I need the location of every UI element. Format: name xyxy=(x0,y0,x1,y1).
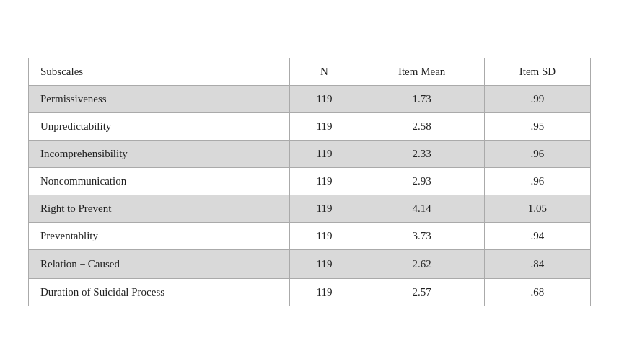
col-header-subscales: Subscales xyxy=(29,58,290,86)
cell-sd: 1.05 xyxy=(484,195,590,223)
cell-mean: 2.33 xyxy=(359,141,484,168)
cell-subscale: Permissiveness xyxy=(29,86,290,113)
cell-subscale: Preventablity xyxy=(29,223,290,250)
col-header-n: N xyxy=(289,58,359,86)
cell-n: 119 xyxy=(289,113,359,141)
cell-sd: .96 xyxy=(484,141,590,168)
cell-mean: 2.93 xyxy=(359,168,484,195)
cell-subscale: Incomprehensibility xyxy=(29,141,290,168)
table-row: Preventablity1193.73.94 xyxy=(29,223,591,250)
header-row: Subscales N Item Mean Item SD xyxy=(29,58,591,86)
table-row: Duration of Suicidal Process1192.57.68 xyxy=(29,279,591,306)
cell-sd: .84 xyxy=(484,250,590,279)
cell-subscale: Noncommunication xyxy=(29,168,290,195)
cell-n: 119 xyxy=(289,168,359,195)
cell-sd: .96 xyxy=(484,168,590,195)
cell-mean: 2.62 xyxy=(359,250,484,279)
cell-mean: 3.73 xyxy=(359,223,484,250)
cell-subscale: Relation－Caused xyxy=(29,250,290,279)
cell-mean: 4.14 xyxy=(359,195,484,223)
cell-n: 119 xyxy=(289,86,359,113)
cell-n: 119 xyxy=(289,141,359,168)
cell-n: 119 xyxy=(289,279,359,306)
cell-sd: .94 xyxy=(484,223,590,250)
cell-n: 119 xyxy=(289,250,359,279)
cell-sd: .68 xyxy=(484,279,590,306)
table-wrapper: Subscales N Item Mean Item SD Permissive… xyxy=(28,58,591,306)
cell-mean: 2.57 xyxy=(359,279,484,306)
data-table: Subscales N Item Mean Item SD Permissive… xyxy=(28,58,591,306)
table-row: Right to Prevent1194.141.05 xyxy=(29,195,591,223)
cell-subscale: Right to Prevent xyxy=(29,195,290,223)
col-header-item-mean: Item Mean xyxy=(359,58,484,86)
cell-mean: 2.58 xyxy=(359,113,484,141)
cell-subscale: Duration of Suicidal Process xyxy=(29,279,290,306)
cell-mean: 1.73 xyxy=(359,86,484,113)
table-row: Unpredictability1192.58.95 xyxy=(29,113,591,141)
cell-sd: .95 xyxy=(484,113,590,141)
cell-n: 119 xyxy=(289,195,359,223)
cell-n: 119 xyxy=(289,223,359,250)
table-row: Incomprehensibility1192.33.96 xyxy=(29,141,591,168)
cell-sd: .99 xyxy=(484,86,590,113)
cell-subscale: Unpredictability xyxy=(29,113,290,141)
table-row: Relation－Caused1192.62.84 xyxy=(29,250,591,279)
table-row: Permissiveness1191.73.99 xyxy=(29,86,591,113)
col-header-item-sd: Item SD xyxy=(484,58,590,86)
table-row: Noncommunication1192.93.96 xyxy=(29,168,591,195)
